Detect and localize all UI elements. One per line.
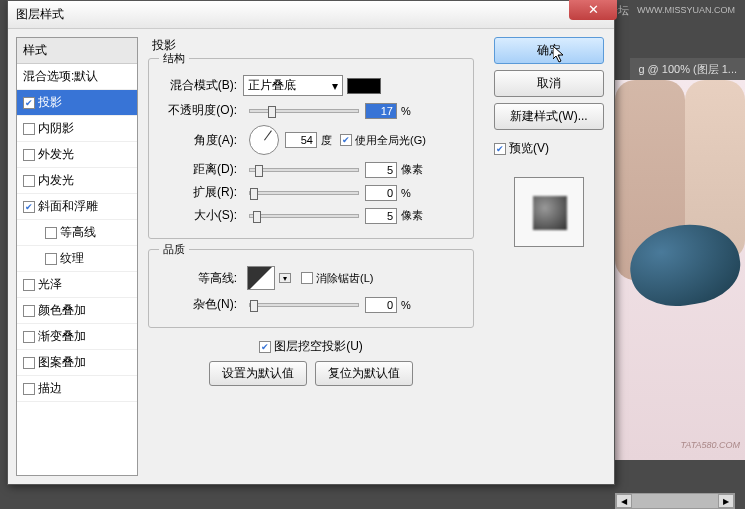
settings-panel: 投影 结构 混合模式(B): 正片叠底▾ 不透明度(O): 17 % 角度(A)… xyxy=(138,29,484,484)
scroll-left-icon[interactable]: ◀ xyxy=(616,494,632,508)
layer-style-dialog: 图层样式 ✕ 样式 混合选项:默认 投影 内阴影 外发光 内发光 斜面和浮雕 等… xyxy=(7,0,615,485)
unit-label: % xyxy=(401,105,411,117)
checkbox-icon[interactable] xyxy=(23,201,35,213)
dialog-titlebar[interactable]: 图层样式 ✕ xyxy=(8,1,614,29)
style-bevel[interactable]: 斜面和浮雕 xyxy=(17,194,137,220)
knockout-checkbox[interactable] xyxy=(259,341,271,353)
checkbox-icon[interactable] xyxy=(45,253,57,265)
opacity-input[interactable]: 17 xyxy=(365,103,397,119)
style-color-overlay[interactable]: 颜色叠加 xyxy=(17,298,137,324)
checkbox-icon[interactable] xyxy=(23,383,35,395)
site-url: WWW.MISSYUAN.COM xyxy=(637,5,735,15)
checkbox-icon[interactable] xyxy=(23,279,35,291)
spread-input[interactable]: 0 xyxy=(365,185,397,201)
distance-input[interactable]: 5 xyxy=(365,162,397,178)
angle-label: 角度(A): xyxy=(157,132,237,149)
new-style-button[interactable]: 新建样式(W)... xyxy=(494,103,604,130)
size-input[interactable]: 5 xyxy=(365,208,397,224)
style-drop-shadow[interactable]: 投影 xyxy=(17,90,137,116)
checkbox-icon[interactable] xyxy=(23,175,35,187)
antialias-label: 消除锯齿(L) xyxy=(316,271,373,286)
style-satin[interactable]: 光泽 xyxy=(17,272,137,298)
group-label: 结构 xyxy=(159,51,189,66)
opacity-label: 不透明度(O): xyxy=(157,102,237,119)
ok-button[interactable]: 确定 xyxy=(494,37,604,64)
style-contour[interactable]: 等高线 xyxy=(17,220,137,246)
noise-slider[interactable] xyxy=(249,303,359,307)
blending-options[interactable]: 混合选项:默认 xyxy=(17,64,137,90)
distance-label: 距离(D): xyxy=(157,161,237,178)
group-label: 品质 xyxy=(159,242,189,257)
preview-thumbnail xyxy=(514,177,584,247)
panel-title: 投影 xyxy=(148,37,474,54)
style-outer-glow[interactable]: 外发光 xyxy=(17,142,137,168)
global-light-checkbox[interactable] xyxy=(340,134,352,146)
styles-list: 样式 混合选项:默认 投影 内阴影 外发光 内发光 斜面和浮雕 等高线 纹理 光… xyxy=(16,37,138,476)
antialias-checkbox[interactable] xyxy=(301,272,313,284)
angle-dial[interactable] xyxy=(249,125,279,155)
checkbox-icon[interactable] xyxy=(23,305,35,317)
spread-label: 扩展(R): xyxy=(157,184,237,201)
unit-label: 度 xyxy=(321,133,332,148)
style-gradient-overlay[interactable]: 渐变叠加 xyxy=(17,324,137,350)
close-button[interactable]: ✕ xyxy=(569,0,617,20)
style-texture[interactable]: 纹理 xyxy=(17,246,137,272)
unit-label: % xyxy=(401,299,411,311)
horizontal-scrollbar[interactable]: ◀ ▶ xyxy=(615,493,735,509)
global-light-label: 使用全局光(G) xyxy=(355,133,426,148)
quality-group: 品质 等高线: ▾ 消除锯齿(L) 杂色(N): 0 % xyxy=(148,249,474,328)
canvas-image: TATA580.COM xyxy=(615,80,745,460)
scroll-right-icon[interactable]: ▶ xyxy=(718,494,734,508)
knockout-label: 图层挖空投影(U) xyxy=(274,338,363,355)
checkbox-icon[interactable] xyxy=(45,227,57,239)
unit-label: % xyxy=(401,187,411,199)
styles-header[interactable]: 样式 xyxy=(17,38,137,64)
unit-label: 像素 xyxy=(401,208,423,223)
structure-group: 结构 混合模式(B): 正片叠底▾ 不透明度(O): 17 % 角度(A): 5… xyxy=(148,58,474,239)
angle-input[interactable]: 54 xyxy=(285,132,317,148)
noise-label: 杂色(N): xyxy=(157,296,237,313)
noise-input[interactable]: 0 xyxy=(365,297,397,313)
size-slider[interactable] xyxy=(249,214,359,218)
color-swatch[interactable] xyxy=(347,78,381,94)
unit-label: 像素 xyxy=(401,162,423,177)
checkbox-icon[interactable] xyxy=(23,123,35,135)
checkbox-icon[interactable] xyxy=(23,331,35,343)
style-stroke[interactable]: 描边 xyxy=(17,376,137,402)
dialog-title: 图层样式 xyxy=(16,6,64,23)
spread-slider[interactable] xyxy=(249,191,359,195)
checkbox-icon[interactable] xyxy=(23,97,35,109)
contour-label: 等高线: xyxy=(157,270,237,287)
watermark: TATA580.COM xyxy=(680,440,740,450)
style-inner-shadow[interactable]: 内阴影 xyxy=(17,116,137,142)
checkbox-icon[interactable] xyxy=(23,357,35,369)
preview-checkbox[interactable] xyxy=(494,143,506,155)
distance-slider[interactable] xyxy=(249,168,359,172)
reset-default-button[interactable]: 复位为默认值 xyxy=(315,361,413,386)
style-inner-glow[interactable]: 内发光 xyxy=(17,168,137,194)
dialog-buttons: 确定 取消 新建样式(W)... 预览(V) xyxy=(484,29,614,484)
blend-mode-label: 混合模式(B): xyxy=(157,77,237,94)
blend-mode-select[interactable]: 正片叠底▾ xyxy=(243,75,343,96)
chevron-down-icon: ▾ xyxy=(332,79,338,93)
cancel-button[interactable]: 取消 xyxy=(494,70,604,97)
set-default-button[interactable]: 设置为默认值 xyxy=(209,361,307,386)
opacity-slider[interactable] xyxy=(249,109,359,113)
checkbox-icon[interactable] xyxy=(23,149,35,161)
style-pattern-overlay[interactable]: 图案叠加 xyxy=(17,350,137,376)
chevron-down-icon[interactable]: ▾ xyxy=(279,273,291,283)
preview-label: 预览(V) xyxy=(509,140,549,157)
contour-picker[interactable] xyxy=(247,266,275,290)
size-label: 大小(S): xyxy=(157,207,237,224)
document-tab[interactable]: g @ 100% (图层 1... xyxy=(630,58,745,81)
